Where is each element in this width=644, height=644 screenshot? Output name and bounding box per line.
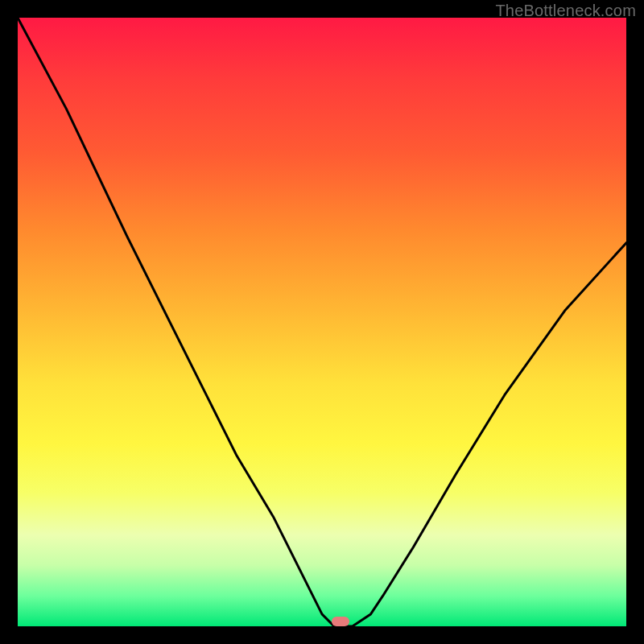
optimum-marker: [332, 617, 349, 626]
chart-frame: TheBottleneck.com: [0, 0, 644, 644]
bottleneck-curve: [18, 18, 626, 626]
plot-area: [18, 18, 626, 626]
watermark-text: TheBottleneck.com: [495, 2, 636, 20]
